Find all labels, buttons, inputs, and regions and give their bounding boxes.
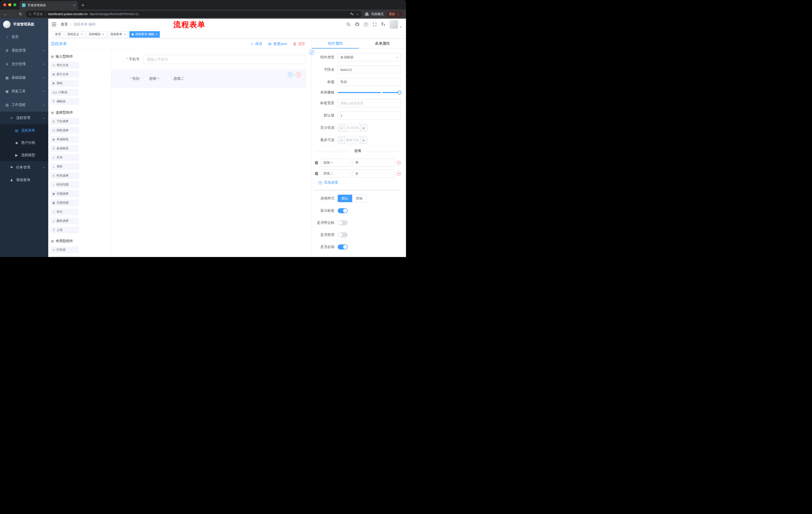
save-button[interactable]: ✓ 保存 [251, 42, 263, 46]
sidebar-item-process-mgmt[interactable]: ≡ 流程管理 ▴ [0, 112, 48, 124]
component-chip[interactable]: ◷时间选择 [51, 172, 79, 179]
delete-component-button[interactable] [296, 72, 301, 77]
gender-checkbox-option2[interactable]: 选项二 [168, 77, 184, 81]
browser-menu-icon[interactable]: ⋮ [397, 12, 400, 16]
tag-process-form-edit[interactable]: 流程表单-编辑 × [129, 31, 160, 38]
drag-handle-icon[interactable] [314, 171, 319, 176]
address-bar[interactable]: ⚠ 不安全 dashboard.yudao.iocoder.cn /bpm/ma… [26, 11, 362, 18]
title-input[interactable] [338, 78, 401, 86]
tag-process-definition[interactable]: 流程定义 × [65, 31, 85, 38]
remove-option-button[interactable] [397, 161, 401, 165]
drag-handle-icon[interactable] [314, 161, 319, 165]
component-chip[interactable]: ☑多选框组 [51, 145, 79, 152]
with-border-toggle[interactable] [338, 220, 348, 225]
fullscreen-icon[interactable] [372, 22, 377, 27]
component-chip[interactable]: ✎编辑器 [51, 98, 79, 105]
phone-field-row[interactable]: 手机号 [111, 55, 312, 64]
copy-component-button[interactable] [288, 72, 293, 77]
checkbox[interactable] [168, 77, 171, 80]
phone-input[interactable] [143, 55, 306, 64]
component-chip[interactable]: ▭单行文本 [51, 62, 79, 69]
tag-home[interactable]: 首页 [53, 31, 63, 38]
checkbox[interactable] [143, 77, 147, 80]
forward-icon[interactable]: → [10, 12, 16, 16]
slider-handle[interactable] [398, 90, 402, 94]
avatar[interactable] [389, 20, 398, 29]
default-value-input[interactable] [338, 111, 401, 119]
sidebar-item-task-mgmt[interactable]: ⚑ 任务管理 ▾ [0, 161, 48, 174]
component-chip[interactable]: ◐开关 [51, 154, 79, 161]
reload-icon[interactable]: ↻ [18, 12, 23, 17]
show-label-toggle[interactable] [338, 208, 348, 213]
tag-close-icon[interactable]: × [156, 33, 158, 36]
tag-close-icon[interactable]: × [124, 33, 126, 36]
github-icon[interactable] [355, 22, 359, 27]
component-chip[interactable]: ▤多行文本 [51, 71, 79, 78]
avatar-caret-icon[interactable]: ▾ [400, 25, 402, 29]
component-chip[interactable]: ↥上传 [51, 226, 79, 233]
view-json-button[interactable]: 查看json [268, 42, 287, 46]
close-window-button[interactable] [3, 3, 6, 6]
update-button[interactable]: 更新 ⋮ [386, 11, 403, 18]
security-label[interactable]: 不安全 [33, 12, 43, 16]
tab-close-icon[interactable]: × [74, 3, 76, 7]
gender-field-row[interactable]: 性别 选项一 选项二 [111, 70, 306, 88]
bookmark-star-icon[interactable]: ☆ [356, 12, 359, 16]
tag-process-model[interactable]: 流程模型 × [86, 31, 107, 38]
sidebar-item-payment-mgmt[interactable]: ¥ 支付管理 ▾ [0, 57, 48, 71]
max-select-value[interactable]: 最多可选 [345, 136, 360, 144]
component-type-select[interactable]: 多选框组 ▼ [338, 53, 401, 61]
component-chip[interactable]: ▭行容器 [51, 246, 79, 253]
zoom-window-button[interactable] [13, 3, 16, 6]
minus-icon[interactable]: − [338, 124, 345, 132]
sidebar-item-infrastructure[interactable]: ▦ 基础设施 ▾ [0, 71, 48, 84]
sidebar-item-process-form[interactable]: ▤ 流程表单 [0, 124, 48, 137]
sidebar-item-user-group[interactable]: ☻ 用户分组 [0, 137, 48, 149]
search-icon[interactable] [346, 22, 351, 27]
sidebar-item-system-mgmt[interactable]: ⚙ 系统管理 ▾ [0, 44, 48, 57]
help-icon[interactable]: ? [364, 22, 368, 27]
new-tab-button[interactable]: + [81, 3, 84, 8]
sidebar-item-workflow[interactable]: ▥ 工作流程 ▴ [0, 98, 48, 112]
component-chip[interactable]: ◉单选框组 [51, 136, 79, 143]
tab-form-props[interactable]: 表单属性 [359, 39, 406, 49]
option-value-input[interactable] [353, 169, 395, 178]
plus-icon[interactable]: + [360, 136, 367, 144]
component-chip[interactable]: ◩密码 [51, 80, 79, 87]
browser-tab[interactable]: 芋道管理系统 × [20, 1, 78, 9]
component-chip[interactable]: ▦日期选择 [51, 190, 79, 197]
component-chip[interactable]: ◒滑块 [51, 163, 79, 170]
component-chip[interactable]: ◑颜色选择 [51, 218, 79, 224]
component-chip[interactable]: ◳级联选择 [51, 127, 79, 134]
option-label-input[interactable] [321, 159, 351, 167]
back-icon[interactable]: ← [3, 12, 8, 16]
component-chip[interactable]: ☆评分 [51, 209, 79, 215]
hamburger-icon[interactable] [52, 23, 56, 26]
gender-checkbox-option1[interactable]: 选项一 [143, 77, 160, 81]
style-default-button[interactable]: 默认 [338, 195, 352, 202]
sidebar-item-devtools[interactable]: ▣ 研发工具 ▾ [0, 84, 48, 98]
sidebar-item-home[interactable]: ⌂ 首页 [0, 30, 48, 44]
sidebar-item-process-model[interactable]: ▶ 流程模型 [0, 149, 48, 161]
component-chip[interactable]: ▢按钮 [51, 255, 79, 257]
tag-process-form[interactable]: 流程表单 × [108, 31, 128, 38]
add-option-link[interactable]: 添加选项 [318, 180, 401, 185]
minus-icon[interactable]: − [338, 136, 345, 144]
component-chip[interactable]: ▩日期范围 [51, 199, 79, 206]
disabled-toggle[interactable] [338, 232, 348, 237]
tab-component-props[interactable]: 组件属性 [312, 39, 359, 49]
required-toggle[interactable] [338, 244, 348, 249]
breadcrumb-home[interactable]: 首页 [61, 22, 68, 27]
component-chip[interactable]: ◔时间范围 [51, 181, 79, 188]
field-name-input[interactable] [338, 65, 401, 74]
remove-option-button[interactable] [397, 171, 401, 176]
plus-icon[interactable]: + [360, 124, 367, 132]
style-button-button[interactable]: 按钮 [352, 195, 367, 202]
grid-slider[interactable] [338, 92, 400, 93]
minimize-window-button[interactable] [8, 3, 11, 6]
sidebar-item-leave-query[interactable]: ♟ 请假查询 [0, 174, 48, 186]
clear-button[interactable]: 清空 [293, 42, 305, 46]
label-width-input[interactable] [338, 99, 401, 107]
password-key-icon[interactable] [350, 12, 354, 17]
component-chip[interactable]: ◎下拉选择 [51, 118, 79, 125]
